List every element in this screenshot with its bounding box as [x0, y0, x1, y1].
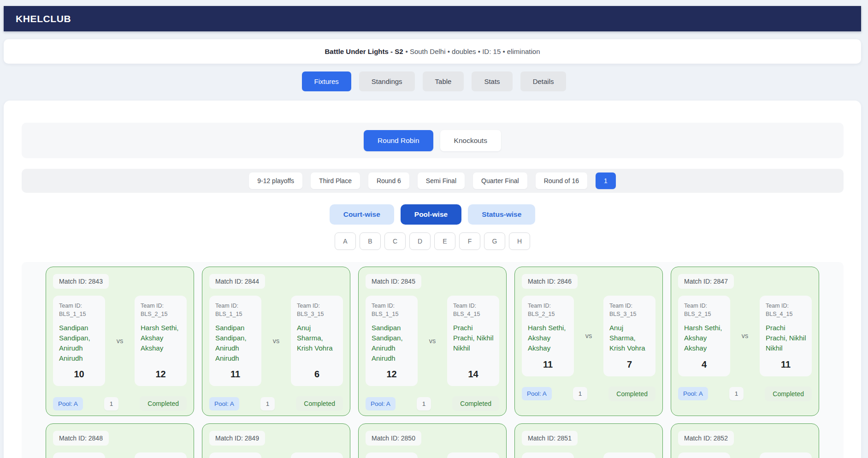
team-id: Team ID: BLS_3_15 — [608, 302, 651, 318]
pool-letter-button[interactable]: E — [434, 232, 455, 250]
team-score: 4 — [683, 353, 726, 370]
view-toggle-button[interactable]: Status-wise — [468, 204, 535, 225]
match-card: Match ID: 2847 Team ID: BLS_2_15 Harsh S… — [671, 267, 819, 416]
view-toggle-button[interactable]: Court-wise — [330, 204, 394, 225]
status-badge: Completed — [608, 387, 655, 401]
team-id: Team ID: BLS_1_15 — [58, 302, 100, 318]
round-button[interactable]: Quarter Final — [473, 172, 527, 189]
fixtures-panel: Round Robin Knockouts 9-12 playoffs Thir… — [4, 101, 861, 458]
court-badge: 1 — [260, 397, 275, 410]
teams-row: Team ID: Team ID: — [678, 452, 812, 458]
vs-label: vs — [105, 296, 135, 386]
team-id-label: Team ID: — [59, 303, 82, 309]
status-badge: Completed — [452, 396, 499, 411]
round-button[interactable]: Round of 16 — [536, 172, 587, 189]
team-score: 10 — [58, 363, 100, 380]
round-button[interactable]: Semi Final — [418, 172, 465, 189]
pool-letter-button[interactable]: B — [360, 232, 381, 250]
tab-button[interactable]: Fixtures — [302, 71, 351, 91]
team-box-1: Team ID: BLS_2_15 Harsh Sethi, Akshay Ak… — [522, 296, 574, 376]
match-meta-row: Pool: A 1 Completed — [522, 387, 655, 401]
pool-letter-button[interactable]: C — [384, 232, 406, 250]
team-id-value: BLS_3_15 — [609, 311, 636, 317]
team-box-1: Team ID: — [366, 452, 418, 458]
team-name: Sandipan Sandipan, Anirudh Anirudh — [214, 323, 257, 363]
match-id-badge: Match ID: 2843 — [53, 274, 109, 289]
team-score: 7 — [608, 353, 651, 370]
round-button[interactable]: Round 6 — [368, 172, 409, 189]
court-badge: 1 — [417, 397, 431, 410]
court-badge: 1 — [104, 397, 119, 410]
team-id-value: BLS_3_15 — [297, 311, 324, 317]
match-meta-row: Pool: A 1 Completed — [209, 396, 343, 411]
match-id-badge: Match ID: 2845 — [366, 274, 421, 289]
team-box-1: Team ID: — [678, 452, 730, 458]
team-box-2: Team ID: BLS_4_15 Prachi Prachi, Nikhil … — [447, 296, 499, 386]
round-button[interactable]: Third Place — [311, 172, 360, 189]
pool-selector: A B C D E F G H — [22, 232, 844, 250]
team-id-label: Team ID: — [141, 303, 164, 309]
team-box-1: Team ID: — [209, 452, 261, 458]
team-box-1: Team ID: — [53, 452, 105, 458]
teams-row: Team ID: Team ID: — [366, 452, 499, 458]
team-id: Team ID: BLS_4_15 — [764, 302, 807, 318]
pool-letter-button[interactable]: F — [459, 232, 480, 250]
team-id-value: BLS_1_15 — [59, 311, 86, 317]
stage-toggle-button[interactable]: Knockouts — [440, 130, 501, 151]
tournament-info-bar: Battle Under Lights - S2 • South Delhi •… — [4, 39, 861, 64]
match-id-badge: Match ID: 2851 — [522, 431, 578, 446]
team-id-label: Team ID: — [609, 303, 632, 309]
teams-row: Team ID: Team ID: — [209, 452, 343, 458]
match-id-badge: Match ID: 2850 — [366, 431, 421, 446]
stage-toggle-button[interactable]: Round Robin — [364, 130, 433, 151]
team-box-2: Team ID: — [447, 452, 499, 458]
brand-logo[interactable]: KHELCLUB — [16, 13, 71, 24]
team-id-value: BLS_2_15 — [528, 311, 555, 317]
pool-badge: Pool: A — [209, 397, 239, 410]
status-badge: Completed — [296, 396, 343, 411]
vs-label — [418, 452, 447, 458]
pool-badge: Pool: A — [366, 397, 396, 410]
view-toggle-button[interactable]: Pool-wise — [401, 204, 461, 225]
team-id: Team ID: BLS_1_15 — [214, 302, 257, 318]
tournament-meta: • South Delhi • doubles • ID: 15 • elimi… — [406, 48, 540, 55]
tab-button[interactable]: Stats — [472, 71, 512, 91]
team-id: Team ID: BLS_2_15 — [526, 302, 569, 318]
teams-row: Team ID: BLS_2_15 Harsh Sethi, Akshay Ak… — [678, 296, 812, 376]
pool-letter-button[interactable]: H — [509, 232, 530, 250]
match-meta-row: Pool: A 1 Completed — [678, 387, 812, 401]
team-id-value: BLS_1_15 — [372, 311, 398, 317]
match-id-badge: Match ID: 2847 — [678, 274, 734, 289]
round-button[interactable]: 9-12 playoffs — [249, 172, 302, 189]
team-id: Team ID: BLS_3_15 — [295, 302, 338, 318]
match-id-badge: Match ID: 2852 — [678, 431, 734, 446]
pool-badge: Pool: A — [678, 387, 708, 400]
status-badge: Completed — [140, 396, 187, 411]
teams-row: Team ID: Team ID: — [53, 452, 187, 458]
team-score: 11 — [764, 353, 807, 370]
tab-button[interactable]: Table — [423, 71, 464, 91]
tab-button[interactable]: Standings — [359, 71, 415, 91]
team-name: Prachi Prachi, Nikhil Nikhil — [452, 323, 495, 353]
team-name: Anuj Sharma, Krish Vohra — [295, 323, 338, 353]
tab-button[interactable]: Details — [520, 71, 567, 91]
pool-letter-button[interactable]: A — [335, 232, 356, 250]
vs-label — [261, 452, 291, 458]
team-id-label: Team ID: — [372, 303, 395, 309]
team-box-2: Team ID: — [760, 452, 812, 458]
team-box-1: Team ID: BLS_1_15 Sandipan Sandipan, Ani… — [366, 296, 418, 386]
pool-letter-button[interactable]: G — [484, 232, 505, 250]
match-card: Match ID: 2851 Team ID: Team ID: — [514, 423, 663, 458]
pool-letter-button[interactable]: D — [409, 232, 431, 250]
team-id-value: BLS_4_15 — [766, 311, 792, 317]
team-id: Team ID: BLS_2_15 — [683, 302, 726, 318]
team-name: Harsh Sethi, Akshay Akshay — [139, 323, 182, 353]
team-score: 12 — [370, 363, 413, 380]
main-tabs: Fixtures Standings Table Stats Details — [0, 71, 868, 91]
round-button[interactable]: 1 — [596, 172, 616, 189]
team-box-1: Team ID: BLS_1_15 Sandipan Sandipan, Ani… — [209, 296, 261, 386]
team-id-label: Team ID: — [684, 303, 707, 309]
vs-label — [730, 452, 760, 458]
match-card: Match ID: 2850 Team ID: Team ID: — [358, 423, 507, 458]
match-card: Match ID: 2846 Team ID: BLS_2_15 Harsh S… — [514, 267, 663, 416]
